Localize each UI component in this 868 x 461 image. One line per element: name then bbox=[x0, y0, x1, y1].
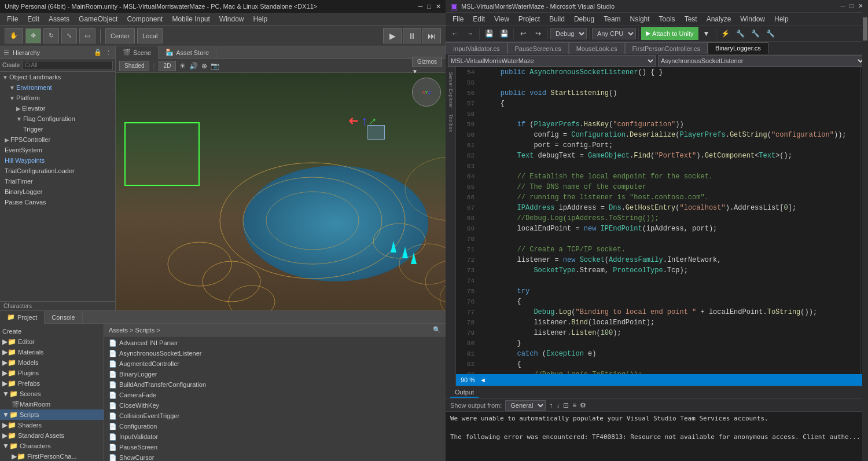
perf-btn[interactable]: ⚡ bbox=[719, 27, 733, 40]
asset-configuration[interactable]: 📄 Configuration bbox=[104, 421, 446, 431]
p-item-create[interactable]: Create bbox=[0, 326, 104, 336]
vs-save-all-btn[interactable]: 💾 bbox=[497, 27, 511, 40]
close-btn[interactable]: ✕ bbox=[436, 3, 441, 10]
output-tab[interactable]: Output bbox=[450, 387, 479, 398]
vs-menu-nsight[interactable]: Nsight bbox=[626, 14, 654, 24]
vs-menu-help[interactable]: Help bbox=[770, 14, 793, 24]
camera-icon[interactable]: 📷 bbox=[211, 62, 219, 70]
output-scroll-down-btn[interactable]: ↓ bbox=[556, 401, 560, 409]
center-button[interactable]: Center bbox=[105, 28, 135, 43]
nav-right-select[interactable]: AsynchronousSocketListener bbox=[658, 55, 866, 67]
asset-camera-fade[interactable]: 📄 CameraFade bbox=[104, 390, 446, 400]
h-item-event-system[interactable]: EventSystem bbox=[0, 145, 115, 155]
twod-button[interactable]: 2D bbox=[159, 61, 176, 71]
create-button[interactable]: Create bbox=[2, 62, 20, 68]
asset-advanced-ini[interactable]: 📄 Advanced INI Parser bbox=[104, 338, 446, 348]
tool-scale[interactable]: ⤡ bbox=[61, 28, 77, 43]
play-button[interactable]: ▶ bbox=[383, 28, 402, 43]
asset-augmented[interactable]: 📄 AugmentedController bbox=[104, 358, 446, 369]
vs-menu-edit[interactable]: Edit bbox=[468, 14, 490, 24]
debug-config-select[interactable]: Debug bbox=[550, 28, 587, 39]
output-settings-btn[interactable]: ⚙ bbox=[580, 401, 586, 409]
vs-save-btn[interactable]: 💾 bbox=[482, 27, 496, 40]
menu-file[interactable]: File bbox=[2, 14, 23, 24]
hierarchy-search[interactable] bbox=[22, 61, 113, 70]
h-item-object-landmarks[interactable]: ▼ Object Landmarks bbox=[0, 72, 115, 82]
output-scroll-up-btn[interactable]: ↑ bbox=[549, 401, 553, 409]
nav-left-select[interactable]: MSL-VirtualMorrisWaterMaze bbox=[448, 55, 656, 67]
p-item-scenes[interactable]: ▼📁 Scenes bbox=[0, 389, 104, 399]
asset-async-socket[interactable]: 📄 AsynchronousSocketListener bbox=[104, 348, 446, 358]
vs-menu-debug[interactable]: Debug bbox=[569, 14, 599, 24]
menu-gameobject[interactable]: GameObject bbox=[74, 14, 122, 24]
vs-undo-btn[interactable]: ↩ bbox=[516, 27, 530, 40]
vs-menu-file[interactable]: File bbox=[448, 14, 468, 24]
h-item-flag-config[interactable]: ▼ Flag Configuration bbox=[0, 114, 115, 124]
minimize-btn[interactable]: ─ bbox=[418, 3, 423, 10]
effects-icon[interactable]: ⊕ bbox=[201, 62, 207, 70]
menu-help[interactable]: Help bbox=[249, 14, 273, 24]
zoom-label[interactable]: 90 % bbox=[461, 376, 475, 383]
vs-menu-project[interactable]: Project bbox=[514, 14, 545, 24]
p-item-mainroom[interactable]: 🎬 MainRoom bbox=[0, 399, 104, 409]
menu-component[interactable]: Component bbox=[122, 14, 167, 24]
assets-search-icon[interactable]: 🔍 bbox=[433, 326, 441, 334]
server-explorer-tab[interactable]: Server Explorer bbox=[447, 69, 455, 111]
scene-canvas[interactable]: ➜ ↑ ↑ X Y Z bbox=[116, 73, 446, 310]
platform-select[interactable]: Any CPU bbox=[592, 28, 636, 39]
tab-input-validator[interactable]: InputValidator.cs bbox=[446, 42, 507, 54]
tool-rect[interactable]: ▭ bbox=[79, 28, 95, 43]
p-item-plugins[interactable]: ▶📁 Plugins bbox=[0, 368, 104, 378]
menu-edit[interactable]: Edit bbox=[23, 14, 44, 24]
p-item-standard-assets[interactable]: ▶📁 Standard Assets bbox=[0, 430, 104, 441]
vs-restore-btn[interactable]: □ bbox=[849, 2, 854, 10]
vs-back-btn[interactable]: ← bbox=[448, 27, 462, 40]
h-item-fps-controller[interactable]: ▶ FPSController bbox=[0, 134, 115, 145]
p-item-characters[interactable]: ▼📁 Characters bbox=[0, 441, 104, 451]
tab-project[interactable]: 📁 Project bbox=[0, 311, 45, 324]
run-button[interactable]: ▶ Attach to Unity bbox=[641, 27, 698, 40]
vs-menu-test[interactable]: Test bbox=[680, 14, 702, 24]
h-item-binary-logger[interactable]: BinaryLogger bbox=[0, 186, 115, 197]
tab-mouselook[interactable]: MouseLook.cs bbox=[569, 42, 625, 54]
tool-move[interactable]: ✥ bbox=[25, 28, 41, 43]
run-arrow-btn[interactable]: ▼ bbox=[700, 27, 713, 40]
p-item-models[interactable]: ▶📁 Models bbox=[0, 357, 104, 368]
tab-pause-screen[interactable]: PauseScreen.cs bbox=[507, 42, 569, 54]
p-item-shaders[interactable]: ▶📁 Shaders bbox=[0, 420, 104, 430]
toolbox-tab[interactable]: Toolbox bbox=[447, 112, 455, 134]
asset-collision[interactable]: 📄 CollisionEventTrigger bbox=[104, 411, 446, 421]
tab-binary-logger[interactable]: BinaryLogger.cs bbox=[708, 42, 768, 54]
code-content[interactable]: public AsynchronousSocketListener() { } … bbox=[479, 67, 860, 374]
asset-binary-logger[interactable]: 📄 BinaryLogger bbox=[104, 369, 446, 379]
hierarchy-lock[interactable]: 🔒 bbox=[94, 49, 102, 56]
tool-rotate[interactable]: ↻ bbox=[43, 28, 59, 43]
tab-asset-store[interactable]: 🏪 Asset Store bbox=[159, 46, 216, 59]
p-item-firstpersoncha[interactable]: ▶📁 FirstPersonCha... bbox=[0, 451, 104, 461]
output-clear-btn[interactable]: ⊡ bbox=[563, 401, 569, 409]
pause-button[interactable]: ⏸ bbox=[403, 28, 421, 43]
h-item-trigger[interactable]: Trigger bbox=[0, 124, 115, 134]
asset-pause-screen[interactable]: 📄 PauseScreen bbox=[104, 442, 446, 452]
asset-input-validator[interactable]: 📄 InputValidator bbox=[104, 431, 446, 442]
h-item-trial-config[interactable]: TrialConfigurationLoader bbox=[0, 166, 115, 176]
menu-assets[interactable]: Assets bbox=[44, 14, 74, 24]
h-item-hill-waypoints[interactable]: Hill Waypoints bbox=[0, 155, 115, 166]
p-item-prefabs[interactable]: ▶📁 Prefabs bbox=[0, 378, 104, 389]
maximize-btn[interactable]: □ bbox=[427, 3, 431, 10]
tab-console[interactable]: Console bbox=[45, 311, 82, 324]
output-word-wrap-btn[interactable]: ≡ bbox=[572, 401, 576, 409]
zoom-left-btn[interactable]: ◄ bbox=[480, 376, 486, 383]
vs-minimize-btn[interactable]: ─ bbox=[841, 2, 845, 10]
audio-icon[interactable]: 🔊 bbox=[189, 62, 198, 70]
tab-firstperson[interactable]: FirstPersonController.cs bbox=[625, 42, 708, 54]
gizmo-indicator[interactable]: X Y Z bbox=[412, 78, 441, 107]
tool-hand[interactable]: ✋ bbox=[5, 28, 23, 43]
menu-window[interactable]: Window bbox=[215, 14, 249, 24]
asset-close-with-key[interactable]: 📄 CloseWithKey bbox=[104, 400, 446, 411]
vs-menu-view[interactable]: View bbox=[490, 14, 514, 24]
p-item-editor[interactable]: ▶📁 Editor bbox=[0, 336, 104, 347]
tab-scene[interactable]: 🎬 Scene bbox=[116, 46, 159, 59]
asset-show-cursor[interactable]: 📄 ShowCursor bbox=[104, 452, 446, 461]
vs-menu-build[interactable]: Build bbox=[545, 14, 569, 24]
